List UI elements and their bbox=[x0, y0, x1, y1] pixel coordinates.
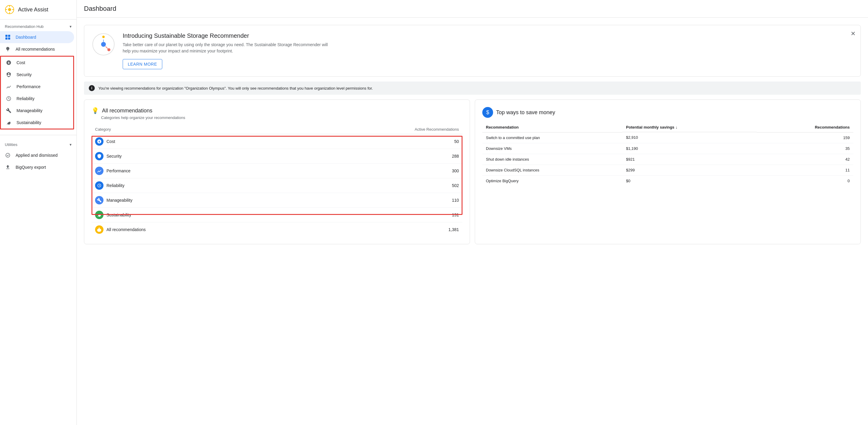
bulb-icon bbox=[5, 46, 11, 52]
info-bar-text: You're viewing recommendations for organ… bbox=[98, 86, 373, 91]
table-row[interactable]: Cost50 bbox=[91, 134, 463, 149]
col-recs-header: Recommendations bbox=[757, 123, 853, 132]
all-recommendations-card: 💡 All recommendations Categories help or… bbox=[84, 99, 470, 244]
svg-point-14 bbox=[102, 36, 105, 38]
recommendations-count: 0 bbox=[757, 175, 853, 186]
sidebar-item-bigquery-export[interactable]: BigQuery export bbox=[0, 161, 74, 173]
all-recs-bulb-icon: 💡 bbox=[91, 107, 99, 114]
svg-rect-8 bbox=[5, 37, 7, 39]
sidebar-item-performance[interactable]: Performance bbox=[1, 80, 71, 93]
svg-point-11 bbox=[6, 153, 10, 157]
sort-down-icon: ↓ bbox=[676, 125, 678, 129]
main-header: Dashboard bbox=[77, 0, 868, 18]
active-recs-count: 288 bbox=[288, 149, 463, 164]
active-recs-count: 50 bbox=[288, 134, 463, 149]
table-row[interactable]: Downsize CloudSQL instances$29911 bbox=[482, 165, 853, 175]
recommendations-count: 35 bbox=[757, 143, 853, 154]
sidebar-item-cost[interactable]: Cost bbox=[1, 57, 71, 69]
chevron-down-icon: ▾ bbox=[70, 142, 72, 147]
table-row[interactable]: Downsize VMs$1,19035 bbox=[482, 143, 853, 154]
recommendation-hub-header[interactable]: Recommendation Hub ▾ bbox=[0, 22, 76, 31]
col-recommendation-header: Recommendation bbox=[482, 123, 622, 132]
recommendations-count: 42 bbox=[757, 154, 853, 165]
col-category-header: Category bbox=[91, 125, 288, 134]
info-icon: i bbox=[89, 85, 95, 91]
sustainable-storage-banner: Introducing Sustainable Storage Recommen… bbox=[84, 25, 861, 77]
top-ways-card-header: $ Top ways to save money bbox=[482, 107, 853, 118]
sidebar-item-sustainability[interactable]: Sustainability bbox=[1, 117, 71, 129]
table-row[interactable]: Manageability110 bbox=[91, 193, 463, 208]
svg-rect-9 bbox=[8, 37, 10, 39]
col-savings-header: Potential monthly savings ↓ bbox=[622, 123, 757, 132]
active-recs-count: 131 bbox=[288, 208, 463, 222]
sidebar-item-applied-dismissed[interactable]: Applied and dismissed bbox=[0, 149, 74, 161]
recommendation-name: Switch to a committed use plan bbox=[482, 132, 622, 143]
page-title: Dashboard bbox=[84, 5, 861, 12]
potential-savings: $0 bbox=[622, 175, 757, 186]
sidebar-item-security[interactable]: Security bbox=[1, 69, 71, 80]
security-icon bbox=[6, 72, 12, 78]
sidebar-item-dashboard[interactable]: Dashboard bbox=[0, 31, 74, 43]
money-icon: $ bbox=[482, 107, 493, 118]
active-recs-count: 1,381 bbox=[288, 222, 463, 237]
table-row[interactable]: Reliability502 bbox=[91, 178, 463, 193]
info-bar: i You're viewing recommendations for org… bbox=[84, 81, 861, 95]
all-recs-subtitle: Categories help organize your recommenda… bbox=[101, 116, 463, 120]
potential-savings: $299 bbox=[622, 165, 757, 175]
manageability-icon bbox=[6, 108, 12, 113]
col-active-recs-header: Active Recommendations bbox=[288, 125, 463, 134]
table-row[interactable]: Sustainability131 bbox=[91, 208, 463, 222]
category-name: Manageability bbox=[106, 198, 132, 203]
table-row[interactable]: Security288 bbox=[91, 149, 463, 164]
recommendation-name: Optimize BigQuery bbox=[482, 175, 622, 186]
bottom-cards: 💡 All recommendations Categories help or… bbox=[84, 99, 861, 244]
all-recs-table: Category Active Recommendations Cost50Se… bbox=[91, 125, 463, 237]
potential-savings: $1,190 bbox=[622, 143, 757, 154]
banner-title: Introducing Sustainable Storage Recommen… bbox=[123, 32, 853, 39]
table-row[interactable]: Optimize BigQuery$00 bbox=[482, 175, 853, 186]
bigquery-export-icon bbox=[5, 164, 11, 170]
category-name: All recommendations bbox=[106, 227, 146, 232]
sidebar-item-manageability[interactable]: Manageability bbox=[1, 105, 71, 117]
reliability-icon bbox=[6, 96, 12, 102]
storage-recommender-icon bbox=[91, 32, 116, 56]
top-ways-card: $ Top ways to save money Recommendation … bbox=[475, 99, 861, 244]
recommendation-hub-section: Recommendation Hub ▾ Dashboard All recom… bbox=[0, 20, 76, 132]
category-name: Cost bbox=[106, 139, 115, 144]
performance-icon bbox=[6, 84, 12, 90]
learn-more-button[interactable]: LEARN MORE bbox=[123, 59, 162, 69]
table-row[interactable]: Switch to a committed use plan$2,910159 bbox=[482, 132, 853, 143]
active-recs-count: 110 bbox=[288, 193, 463, 208]
banner-illustration bbox=[91, 32, 116, 56]
category-nav-group: Cost Security Performance bbox=[0, 56, 74, 129]
recommendation-name: Downsize VMs bbox=[482, 143, 622, 154]
banner-content: Introducing Sustainable Storage Recommen… bbox=[123, 32, 853, 69]
top-ways-table: Recommendation Potential monthly savings… bbox=[482, 123, 853, 186]
active-recs-count: 300 bbox=[288, 164, 463, 178]
svg-point-13 bbox=[101, 42, 106, 47]
sidebar: Active Assist Recommendation Hub ▾ Dashb… bbox=[0, 0, 77, 425]
active-recs-count: 502 bbox=[288, 178, 463, 193]
sidebar-item-all-recommendations[interactable]: All recommendations bbox=[0, 43, 74, 55]
banner-close-button[interactable]: ✕ bbox=[850, 30, 856, 37]
top-ways-title: Top ways to save money bbox=[496, 109, 555, 116]
banner-description: Take better care of our planet by using … bbox=[123, 42, 333, 54]
app-logo-icon bbox=[5, 5, 14, 14]
potential-savings: $921 bbox=[622, 154, 757, 165]
chevron-down-icon: ▾ bbox=[70, 24, 72, 29]
table-row[interactable]: Shut down idle instances$92142 bbox=[482, 154, 853, 165]
dashboard-icon bbox=[5, 34, 11, 40]
sidebar-item-reliability[interactable]: Reliability bbox=[1, 93, 71, 105]
recommendations-count: 159 bbox=[757, 132, 853, 143]
app-title: Active Assist bbox=[18, 7, 48, 13]
recommendations-count: 11 bbox=[757, 165, 853, 175]
svg-rect-6 bbox=[5, 35, 7, 37]
svg-line-17 bbox=[105, 46, 108, 48]
category-name: Security bbox=[106, 154, 122, 159]
svg-rect-7 bbox=[8, 35, 10, 37]
category-name: Sustainability bbox=[106, 212, 131, 217]
recommendation-name: Downsize CloudSQL instances bbox=[482, 165, 622, 175]
table-row[interactable]: Performance300 bbox=[91, 164, 463, 178]
table-row[interactable]: All recommendations1,381 bbox=[91, 222, 463, 237]
utilities-header[interactable]: Utilities ▾ bbox=[0, 140, 76, 149]
